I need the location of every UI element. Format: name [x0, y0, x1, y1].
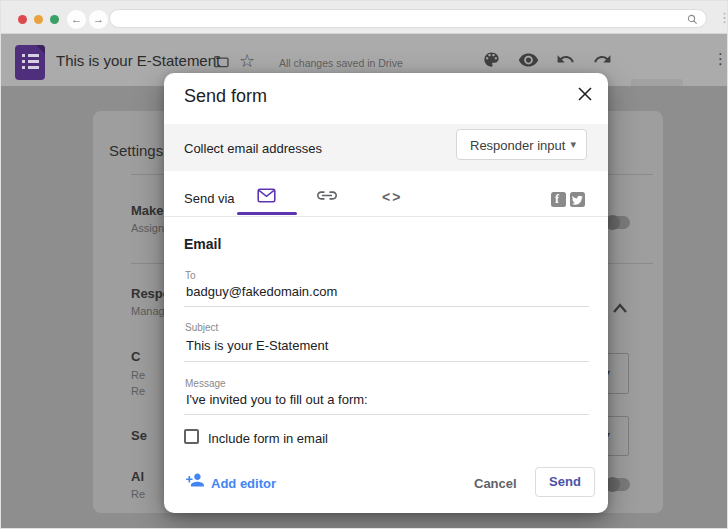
browser-toolbar: ← → ⋮	[1, 1, 727, 34]
close-icon[interactable]	[577, 86, 593, 102]
undo-icon[interactable]	[556, 53, 575, 67]
settings-heading: Settings	[109, 142, 163, 159]
bg-setting-row-label: C	[131, 349, 140, 364]
dialog-title: Send form	[184, 86, 267, 107]
facebook-icon[interactable]: f	[551, 192, 566, 207]
back-icon: ←	[71, 13, 82, 25]
bg-setting-row-label: Al	[131, 469, 144, 484]
dropdown-value: Responder input	[470, 138, 565, 153]
bg-toggle-switch[interactable]	[606, 478, 630, 491]
add-editor-icon[interactable]	[185, 472, 206, 489]
bg-setting-row-sublabel: Manag	[131, 305, 165, 317]
send-via-label: Send via	[184, 191, 235, 206]
back-button[interactable]: ←	[67, 10, 86, 29]
traffic-light-close[interactable]	[18, 15, 27, 24]
move-folder-icon[interactable]	[213, 54, 230, 69]
send-form-dialog: Send form Collect email addresses Respon…	[164, 73, 608, 513]
include-form-label: Include form in email	[208, 431, 328, 446]
bg-toggle-switch[interactable]	[606, 216, 630, 229]
bg-setting-row-sublabel: Assign	[131, 222, 164, 234]
add-editor-button[interactable]: Add editor	[211, 476, 276, 491]
search-icon	[687, 14, 698, 25]
message-field-input[interactable]: I've invited you to fill out a form:	[186, 392, 368, 407]
forward-button[interactable]: →	[89, 10, 108, 29]
subject-field-input[interactable]: This is your E-Statement	[186, 338, 328, 353]
input-underline	[184, 306, 589, 307]
to-field-label: To	[185, 270, 196, 281]
bg-setting-row-label: Se	[131, 428, 147, 443]
email-section-heading: Email	[184, 236, 221, 252]
collect-email-dropdown[interactable]: Responder input ▾	[456, 129, 587, 160]
link-tab-icon[interactable]	[317, 190, 337, 201]
forms-logo-fold	[36, 45, 45, 54]
embed-tab-icon[interactable]: <>	[382, 189, 402, 205]
forms-logo-icon[interactable]	[15, 45, 45, 80]
traffic-light-minimize[interactable]	[34, 15, 43, 24]
input-underline	[184, 361, 589, 362]
collect-email-label: Collect email addresses	[184, 141, 322, 156]
input-underline	[184, 414, 589, 415]
twitter-icon[interactable]	[570, 192, 585, 207]
email-tab-icon[interactable]	[257, 188, 276, 203]
browser-menu-icon[interactable]: ⋮	[718, 9, 728, 26]
star-icon[interactable]: ☆	[239, 50, 255, 72]
to-field-input[interactable]: badguy@fakedomain.com	[186, 284, 337, 299]
caret-down-icon: ▾	[570, 138, 576, 151]
header-more-menu-icon[interactable]: ⋮	[713, 50, 728, 68]
subject-field-label: Subject	[185, 322, 218, 333]
bg-setting-row-label: Make	[131, 203, 164, 218]
active-tab-underline	[237, 212, 297, 215]
save-status: All changes saved in Drive	[279, 57, 403, 69]
cancel-button[interactable]: Cancel	[474, 476, 517, 491]
document-title[interactable]: This is your E-Statement	[56, 52, 220, 69]
browser-window: ← → ⋮ This is your E-Statement ☆ All cha…	[0, 0, 728, 529]
forward-icon: →	[93, 13, 104, 25]
redo-icon[interactable]	[593, 53, 612, 67]
include-form-checkbox[interactable]	[184, 429, 199, 444]
collect-email-band: Collect email addresses Responder input …	[164, 124, 608, 171]
bg-setting-row-sublabel: Re	[131, 385, 145, 397]
send-button[interactable]: Send	[535, 467, 595, 497]
url-bar[interactable]	[109, 9, 707, 28]
divider	[164, 216, 608, 217]
collapse-chevron-icon[interactable]	[612, 303, 628, 314]
message-field-label: Message	[185, 378, 226, 389]
traffic-light-maximize[interactable]	[50, 15, 59, 24]
preview-eye-icon[interactable]	[518, 52, 539, 68]
bg-setting-row-sublabel: Re	[131, 488, 145, 500]
bg-setting-row-sublabel: Re	[131, 369, 145, 381]
theme-palette-icon[interactable]	[482, 50, 501, 69]
